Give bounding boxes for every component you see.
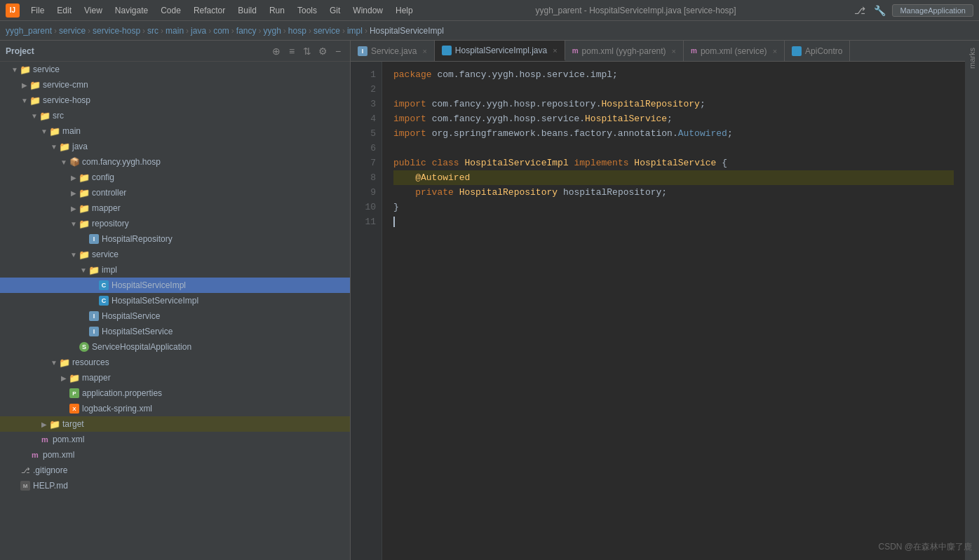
breadcrumb-item[interactable]: main: [166, 26, 184, 36]
sort-icon[interactable]: ⇅: [301, 45, 313, 57]
tab-close-button[interactable]: ×: [672, 47, 676, 55]
breadcrumb-item[interactable]: service-hosp: [93, 26, 140, 36]
settings-icon[interactable]: 🔧: [872, 4, 886, 18]
tree-item-HospitalSetServiceImpl[interactable]: CHospitalSetServiceImpl: [0, 293, 350, 308]
tree-item-label: logback-spring.xml: [82, 404, 152, 414]
collapse-icon[interactable]: ≡: [285, 45, 298, 57]
tree-item-label: HospitalServiceImpl: [112, 280, 186, 290]
tree-item-label: HospitalSetService: [102, 327, 173, 336]
close-panel-icon[interactable]: −: [332, 45, 344, 57]
breadcrumb-separator: ›: [88, 26, 90, 36]
editor-tab-pom-parent[interactable]: mpom.xml (yygh-parent)×: [565, 41, 684, 61]
tree-item-label: HospitalSetServiceImpl: [112, 296, 198, 306]
tree-item-label: target: [62, 419, 84, 429]
folder-icon: 📁: [20, 64, 31, 75]
tree-item-src[interactable]: ▼📁src: [0, 108, 350, 123]
tree-arrow: ▶: [69, 203, 79, 213]
breadcrumb-item[interactable]: com: [213, 26, 229, 36]
tree-item-label: ServiceHospitalApplication: [92, 342, 191, 352]
menu-item-refactor[interactable]: Refactor: [188, 4, 231, 17]
breadcrumb-item[interactable]: yygh: [263, 26, 281, 36]
breadcrumb-item[interactable]: src: [147, 26, 158, 36]
tree-item-main[interactable]: ▼📁main: [0, 123, 350, 139]
breadcrumb-item[interactable]: java: [191, 26, 206, 36]
breadcrumb-item[interactable]: service: [313, 26, 340, 36]
menu-item-navigate[interactable]: Navigate: [109, 4, 154, 17]
line-number: 4: [351, 111, 376, 126]
tab-maven-icon: m: [691, 47, 697, 55]
tree-item-service-dir[interactable]: ▼📁service: [0, 247, 350, 262]
code-line: package com.fancy.yygh.hosp.service.impl…: [393, 67, 954, 82]
menu-item-build[interactable]: Build: [232, 4, 262, 17]
tree-item-controller[interactable]: ▶📁controller: [0, 185, 350, 200]
tree-item-label: service-hosp: [43, 95, 90, 105]
tree-item-impl[interactable]: ▼📁impl: [0, 262, 350, 278]
folder-blue-icon: 📁: [59, 142, 70, 152]
tab-close-button[interactable]: ×: [773, 47, 777, 55]
tree-item-target[interactable]: ▶📁target: [0, 416, 350, 432]
tree-item-pom-hosp[interactable]: mpom.xml: [0, 432, 350, 447]
gear-icon[interactable]: ⚙: [316, 45, 329, 57]
breadcrumb-item[interactable]: hosp: [288, 26, 306, 36]
editor-tab-service-java[interactable]: IService.java×: [351, 41, 435, 61]
editor-tab-pom-service-tab[interactable]: mpom.xml (service)×: [684, 41, 785, 61]
tree-item-resources[interactable]: ▼📁resources: [0, 355, 350, 370]
editor-tab-apicont[interactable]: CApiContro: [785, 41, 850, 61]
vcs-icon[interactable]: ⎇: [853, 4, 867, 18]
tree-item-pom-service[interactable]: mpom.xml: [0, 447, 350, 463]
code-line: }: [393, 200, 954, 214]
menu-item-run[interactable]: Run: [264, 4, 290, 17]
breadcrumb-separator: ›: [54, 26, 57, 36]
tree-item-application.properties[interactable]: Papplication.properties: [0, 385, 350, 401]
breadcrumb-item[interactable]: yygh_parent: [6, 26, 52, 36]
menu-item-file[interactable]: File: [25, 4, 50, 17]
breadcrumb-item[interactable]: fancy: [236, 26, 257, 36]
menu-item-tools[interactable]: Tools: [292, 4, 323, 17]
tree-item-service-hosp[interactable]: ▼📁service-hosp: [0, 93, 350, 108]
folder-icon: 📁: [39, 111, 50, 121]
tab-label: pom.xml (yygh-parent): [582, 46, 666, 56]
manage-application-button[interactable]: ManageApplication: [892, 4, 973, 17]
tab-label: ApiContro: [805, 46, 842, 56]
breadcrumb-separator: ›: [231, 26, 234, 36]
editor-tab-hospitalserviceimpl[interactable]: CHospitalServiceImpl.java×: [435, 41, 565, 61]
tree-item-repository[interactable]: ▼📁repository: [0, 216, 350, 231]
tree-item-com.fancy.yygh.hosp[interactable]: ▼📦com.fancy.yygh.hosp: [0, 154, 350, 170]
tree-item-HospitalServiceImpl[interactable]: CHospitalServiceImpl: [0, 278, 350, 293]
app-logo: IJ: [6, 4, 20, 18]
locate-icon[interactable]: ⊕: [270, 45, 283, 57]
code-editor[interactable]: 1234567891011 package com.fancy.yygh.hos…: [351, 62, 965, 560]
marks-panel: marks: [965, 41, 979, 560]
tree-item-mapper-res[interactable]: ▶📁mapper: [0, 370, 350, 385]
tree-item-HospitalRepository[interactable]: IHospitalRepository: [0, 231, 350, 247]
tree-item-logback-spring.xml[interactable]: Xlogback-spring.xml: [0, 401, 350, 416]
menu-item-code[interactable]: Code: [155, 4, 187, 17]
tree-item-gitignore[interactable]: ⎇.gitignore: [0, 463, 350, 478]
tree-item-HospitalSetService[interactable]: IHospitalSetService: [0, 324, 350, 339]
menu-item-window[interactable]: Window: [347, 4, 389, 17]
tree-item-config[interactable]: ▶📁config: [0, 170, 350, 185]
folder-icon: 📁: [79, 203, 90, 214]
tree-arrow: ▼: [69, 250, 79, 259]
breadcrumb-item[interactable]: impl: [347, 26, 363, 36]
tree-item-helpmd[interactable]: MHELP.md: [0, 478, 350, 493]
tree-item-mapper[interactable]: ▶📁mapper: [0, 200, 350, 216]
folder-icon: 📁: [79, 219, 90, 229]
tab-close-button[interactable]: ×: [553, 46, 557, 55]
tree-item-java[interactable]: ▼📁java: [0, 139, 350, 154]
class-icon: C: [99, 280, 109, 290]
tree-item-label: mapper: [82, 373, 111, 383]
menu-item-view[interactable]: View: [79, 4, 108, 17]
breadcrumb-separator: ›: [161, 26, 163, 36]
tree-item-service-cmn[interactable]: ▶📁service-cmn: [0, 77, 350, 93]
tree-item-ServiceHospitalApplication[interactable]: SServiceHospitalApplication: [0, 339, 350, 355]
tree-item-HospitalService[interactable]: IHospitalService: [0, 308, 350, 324]
code-content[interactable]: package com.fancy.yygh.hosp.service.impl…: [382, 62, 965, 560]
breadcrumb-item[interactable]: service: [59, 26, 86, 36]
menu-item-help[interactable]: Help: [390, 4, 419, 17]
tree-item-service[interactable]: ▼📁service: [0, 62, 350, 77]
tab-close-button[interactable]: ×: [422, 47, 426, 55]
menu-item-edit[interactable]: Edit: [51, 4, 77, 17]
tree-arrow: ▼: [59, 157, 69, 167]
menu-item-git[interactable]: Git: [324, 4, 346, 17]
